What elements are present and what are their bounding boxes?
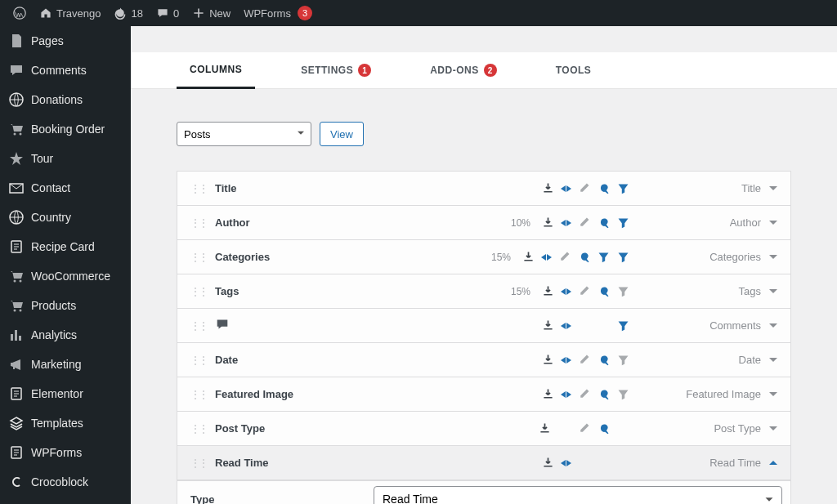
sort-icon[interactable]	[561, 185, 571, 192]
tab-settings[interactable]: SETTINGS1	[288, 52, 384, 88]
column-label	[215, 317, 230, 334]
edit-icon[interactable]	[577, 284, 591, 298]
drag-handle[interactable]: ⋮⋮	[190, 457, 207, 469]
edit-icon[interactable]	[557, 250, 571, 264]
column-row[interactable]: ⋮⋮ Comments	[177, 309, 790, 343]
sidebar-item-products[interactable]: Products	[0, 291, 131, 320]
sidebar-item-donations[interactable]: Donations	[0, 85, 131, 114]
sort-icon[interactable]	[561, 357, 571, 364]
wp-logo[interactable]	[7, 0, 33, 26]
updates[interactable]: 18	[107, 0, 149, 26]
toolbar: Posts View	[177, 122, 791, 146]
search-icon[interactable]	[597, 284, 611, 298]
drag-handle[interactable]: ⋮⋮	[190, 183, 207, 194]
sidebar-item-country[interactable]: Country	[0, 203, 131, 232]
edit-icon[interactable]	[577, 387, 591, 401]
sidebar-item-tour[interactable]: Tour	[0, 144, 131, 173]
sidebar-item-crocoblock[interactable]: Crocoblock	[0, 467, 131, 497]
column-label: Post Type	[215, 422, 265, 435]
drag-handle[interactable]: ⋮⋮	[190, 355, 207, 366]
column-row[interactable]: ⋮⋮ Date Date	[177, 343, 790, 377]
sort-icon[interactable]	[561, 288, 571, 295]
new-content[interactable]: New	[186, 0, 237, 26]
admin-toolbar: Travengo 18 0 New WPForms3	[0, 0, 837, 26]
filter-icon[interactable]	[616, 284, 630, 298]
drag-handle[interactable]: ⋮⋮	[190, 389, 207, 400]
tab-tools[interactable]: TOOLS	[543, 52, 605, 88]
drag-handle[interactable]: ⋮⋮	[190, 217, 207, 229]
edit-icon[interactable]	[577, 421, 591, 435]
type-select[interactable]: Read Time	[374, 486, 782, 504]
filter-icon[interactable]	[616, 319, 630, 332]
caret-icon[interactable]	[769, 255, 777, 259]
filter-icon[interactable]	[616, 250, 630, 264]
search-icon[interactable]	[597, 181, 611, 195]
caret-icon[interactable]	[769, 186, 777, 190]
search-icon[interactable]	[577, 250, 591, 264]
sidebar-item-comments[interactable]: Comments	[0, 56, 131, 85]
sidebar-item-contact[interactable]: Contact	[0, 173, 131, 203]
column-list: ⋮⋮ Title Title⋮⋮ Author 10% Author⋮⋮ Cat…	[177, 171, 791, 481]
column-row[interactable]: ⋮⋮ Read Time Read Time	[177, 446, 790, 480]
sidebar-item-booking-order[interactable]: Booking Order	[0, 114, 131, 144]
drag-handle[interactable]: ⋮⋮	[190, 286, 207, 297]
view-button[interactable]: View	[320, 122, 364, 146]
sort-icon[interactable]	[561, 220, 571, 226]
search-icon[interactable]	[597, 421, 611, 435]
caret-icon[interactable]	[769, 221, 777, 225]
caret-icon[interactable]	[769, 461, 777, 465]
site-name[interactable]: Travengo	[33, 0, 107, 26]
sidebar-item-woocommerce[interactable]: WooCommerce	[0, 261, 131, 291]
sidebar-item-pages[interactable]: Pages	[0, 26, 131, 56]
edit-icon[interactable]	[577, 216, 591, 230]
column-settings-panel: Type Read Time Label	[177, 481, 791, 504]
sidebar-item-elementor[interactable]: Elementor	[0, 379, 131, 408]
filter-icon[interactable]	[616, 387, 630, 401]
column-row[interactable]: ⋮⋮ Categories 15% Categories	[177, 240, 790, 274]
search-icon[interactable]	[597, 387, 611, 401]
filter-icon[interactable]	[616, 353, 630, 367]
filter-icon[interactable]	[616, 216, 630, 230]
sidebar-item-wpforms[interactable]: WPForms	[0, 438, 131, 467]
column-row[interactable]: ⋮⋮ Title Title	[177, 172, 790, 206]
drag-handle[interactable]: ⋮⋮	[190, 252, 207, 263]
column-type: Categories	[709, 251, 761, 263]
comments-count[interactable]: 0	[150, 0, 186, 26]
filter-icon[interactable]	[616, 181, 630, 195]
column-label: Categories	[215, 251, 270, 263]
sort-icon[interactable]	[561, 391, 571, 398]
sidebar-item-marketing[interactable]: Marketing	[0, 350, 131, 379]
caret-icon[interactable]	[769, 392, 777, 396]
column-type: Title	[741, 182, 761, 194]
sort-icon[interactable]	[561, 323, 571, 329]
caret-icon[interactable]	[769, 358, 777, 362]
tab-addons[interactable]: ADD-ONS2	[417, 52, 510, 88]
tab-columns[interactable]: COLUMNS	[177, 52, 255, 89]
search-icon[interactable]	[597, 216, 611, 230]
main-content: COLUMNS SETTINGS1 ADD-ONS2 TOOLS Posts V…	[131, 52, 837, 504]
sidebar-item-appearance[interactable]: Appearance	[0, 497, 131, 504]
column-row[interactable]: ⋮⋮ Tags 15% Tags	[177, 274, 790, 309]
sidebar-item-analytics[interactable]: Analytics	[0, 320, 131, 350]
column-row[interactable]: ⋮⋮ Post Type Post Type	[177, 412, 790, 446]
filter-icon[interactable]	[597, 250, 611, 264]
column-row[interactable]: ⋮⋮ Featured Image Featured Image	[177, 377, 790, 412]
drag-handle[interactable]: ⋮⋮	[190, 320, 207, 332]
caret-icon[interactable]	[769, 426, 777, 430]
edit-icon[interactable]	[577, 353, 591, 367]
caret-icon[interactable]	[769, 323, 777, 328]
sidebar-item-recipe-card[interactable]: Recipe Card	[0, 232, 131, 261]
column-row[interactable]: ⋮⋮ Author 10% Author	[177, 206, 790, 240]
column-type: Read Time	[709, 457, 761, 469]
search-icon[interactable]	[597, 353, 611, 367]
sort-icon[interactable]	[561, 460, 571, 466]
sort-icon[interactable]	[541, 254, 552, 261]
drag-handle[interactable]: ⋮⋮	[190, 423, 207, 435]
wpforms-menu[interactable]: WPForms3	[237, 0, 319, 26]
admin-sidebar: PagesCommentsDonationsBooking OrderTourC…	[0, 26, 131, 504]
sidebar-item-templates[interactable]: Templates	[0, 408, 131, 438]
column-type: Author	[730, 216, 761, 229]
post-type-select[interactable]: Posts	[177, 122, 311, 146]
caret-icon[interactable]	[769, 289, 777, 293]
edit-icon[interactable]	[577, 181, 591, 195]
